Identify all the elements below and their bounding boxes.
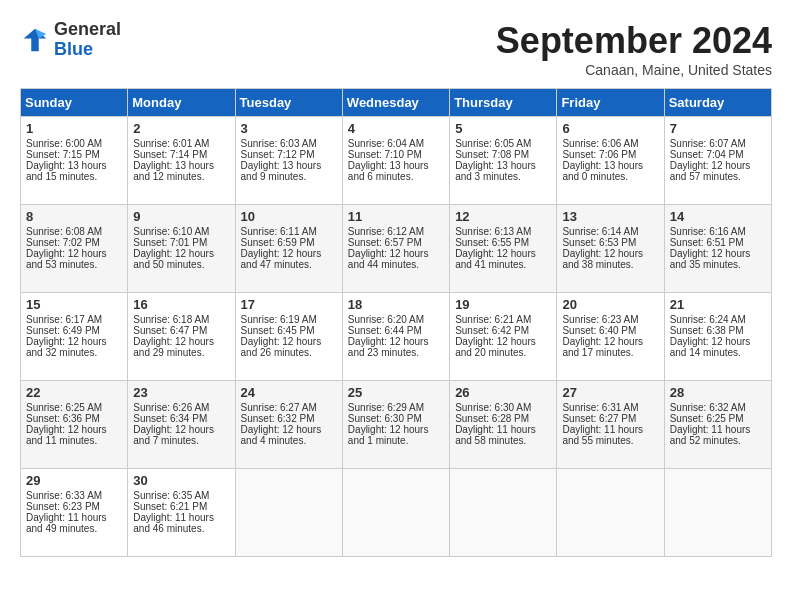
month-title: September 2024 [496,20,772,62]
calendar-table: SundayMondayTuesdayWednesdayThursdayFrid… [20,88,772,557]
sunset-text: Sunset: 6:51 PM [670,237,744,248]
sunset-text: Sunset: 7:04 PM [670,149,744,160]
title-block: September 2024 Canaan, Maine, United Sta… [496,20,772,78]
sunset-text: Sunset: 7:08 PM [455,149,529,160]
sunrise-text: Sunrise: 6:35 AM [133,490,209,501]
daylight-text: Daylight: 12 hours and 29 minutes. [133,336,214,358]
day-number: 21 [670,297,766,312]
sunset-text: Sunset: 6:34 PM [133,413,207,424]
day-number: 18 [348,297,444,312]
location: Canaan, Maine, United States [496,62,772,78]
day-number: 6 [562,121,658,136]
calendar-cell: 8Sunrise: 6:08 AMSunset: 7:02 PMDaylight… [21,205,128,293]
weekday-header-tuesday: Tuesday [235,89,342,117]
calendar-cell: 17Sunrise: 6:19 AMSunset: 6:45 PMDayligh… [235,293,342,381]
calendar-cell: 24Sunrise: 6:27 AMSunset: 6:32 PMDayligh… [235,381,342,469]
calendar-cell: 27Sunrise: 6:31 AMSunset: 6:27 PMDayligh… [557,381,664,469]
sunset-text: Sunset: 7:12 PM [241,149,315,160]
sunrise-text: Sunrise: 6:24 AM [670,314,746,325]
daylight-text: Daylight: 12 hours and 26 minutes. [241,336,322,358]
sunset-text: Sunset: 6:53 PM [562,237,636,248]
calendar-cell: 23Sunrise: 6:26 AMSunset: 6:34 PMDayligh… [128,381,235,469]
day-number: 9 [133,209,229,224]
sunrise-text: Sunrise: 6:26 AM [133,402,209,413]
calendar-cell: 6Sunrise: 6:06 AMSunset: 7:06 PMDaylight… [557,117,664,205]
svg-marker-0 [24,29,47,52]
sunrise-text: Sunrise: 6:23 AM [562,314,638,325]
calendar-cell: 10Sunrise: 6:11 AMSunset: 6:59 PMDayligh… [235,205,342,293]
calendar-week-row: 1Sunrise: 6:00 AMSunset: 7:15 PMDaylight… [21,117,772,205]
calendar-cell: 5Sunrise: 6:05 AMSunset: 7:08 PMDaylight… [450,117,557,205]
daylight-text: Daylight: 13 hours and 3 minutes. [455,160,536,182]
sunset-text: Sunset: 6:40 PM [562,325,636,336]
day-number: 15 [26,297,122,312]
page-header: General Blue September 2024 Canaan, Main… [20,20,772,78]
sunset-text: Sunset: 7:15 PM [26,149,100,160]
sunrise-text: Sunrise: 6:05 AM [455,138,531,149]
day-number: 7 [670,121,766,136]
daylight-text: Daylight: 11 hours and 46 minutes. [133,512,214,534]
sunrise-text: Sunrise: 6:20 AM [348,314,424,325]
day-number: 12 [455,209,551,224]
sunset-text: Sunset: 6:55 PM [455,237,529,248]
sunset-text: Sunset: 7:10 PM [348,149,422,160]
calendar-cell: 26Sunrise: 6:30 AMSunset: 6:28 PMDayligh… [450,381,557,469]
day-number: 8 [26,209,122,224]
sunrise-text: Sunrise: 6:16 AM [670,226,746,237]
calendar-cell: 18Sunrise: 6:20 AMSunset: 6:44 PMDayligh… [342,293,449,381]
calendar-cell: 1Sunrise: 6:00 AMSunset: 7:15 PMDaylight… [21,117,128,205]
daylight-text: Daylight: 13 hours and 12 minutes. [133,160,214,182]
calendar-cell: 14Sunrise: 6:16 AMSunset: 6:51 PMDayligh… [664,205,771,293]
day-number: 29 [26,473,122,488]
sunrise-text: Sunrise: 6:25 AM [26,402,102,413]
calendar-cell: 13Sunrise: 6:14 AMSunset: 6:53 PMDayligh… [557,205,664,293]
daylight-text: Daylight: 12 hours and 57 minutes. [670,160,751,182]
sunrise-text: Sunrise: 6:29 AM [348,402,424,413]
calendar-cell: 15Sunrise: 6:17 AMSunset: 6:49 PMDayligh… [21,293,128,381]
calendar-week-row: 15Sunrise: 6:17 AMSunset: 6:49 PMDayligh… [21,293,772,381]
sunrise-text: Sunrise: 6:10 AM [133,226,209,237]
sunset-text: Sunset: 6:23 PM [26,501,100,512]
sunset-text: Sunset: 6:57 PM [348,237,422,248]
daylight-text: Daylight: 13 hours and 0 minutes. [562,160,643,182]
sunset-text: Sunset: 7:14 PM [133,149,207,160]
weekday-header-saturday: Saturday [664,89,771,117]
weekday-header-row: SundayMondayTuesdayWednesdayThursdayFrid… [21,89,772,117]
sunset-text: Sunset: 7:06 PM [562,149,636,160]
sunrise-text: Sunrise: 6:27 AM [241,402,317,413]
sunrise-text: Sunrise: 6:01 AM [133,138,209,149]
sunrise-text: Sunrise: 6:30 AM [455,402,531,413]
daylight-text: Daylight: 12 hours and 20 minutes. [455,336,536,358]
day-number: 13 [562,209,658,224]
sunset-text: Sunset: 6:44 PM [348,325,422,336]
calendar-cell: 22Sunrise: 6:25 AMSunset: 6:36 PMDayligh… [21,381,128,469]
day-number: 1 [26,121,122,136]
daylight-text: Daylight: 12 hours and 50 minutes. [133,248,214,270]
daylight-text: Daylight: 13 hours and 9 minutes. [241,160,322,182]
sunrise-text: Sunrise: 6:04 AM [348,138,424,149]
calendar-cell [664,469,771,557]
calendar-week-row: 29Sunrise: 6:33 AMSunset: 6:23 PMDayligh… [21,469,772,557]
sunrise-text: Sunrise: 6:06 AM [562,138,638,149]
daylight-text: Daylight: 12 hours and 35 minutes. [670,248,751,270]
day-number: 20 [562,297,658,312]
daylight-text: Daylight: 12 hours and 7 minutes. [133,424,214,446]
sunrise-text: Sunrise: 6:32 AM [670,402,746,413]
calendar-cell [235,469,342,557]
day-number: 5 [455,121,551,136]
weekday-header-monday: Monday [128,89,235,117]
daylight-text: Daylight: 12 hours and 32 minutes. [26,336,107,358]
weekday-header-wednesday: Wednesday [342,89,449,117]
sunset-text: Sunset: 6:47 PM [133,325,207,336]
logo: General Blue [20,20,121,60]
calendar-cell: 16Sunrise: 6:18 AMSunset: 6:47 PMDayligh… [128,293,235,381]
day-number: 27 [562,385,658,400]
day-number: 10 [241,209,337,224]
day-number: 2 [133,121,229,136]
logo-bird-icon [20,25,50,55]
day-number: 3 [241,121,337,136]
day-number: 24 [241,385,337,400]
sunrise-text: Sunrise: 6:17 AM [26,314,102,325]
calendar-cell: 28Sunrise: 6:32 AMSunset: 6:25 PMDayligh… [664,381,771,469]
sunset-text: Sunset: 6:59 PM [241,237,315,248]
